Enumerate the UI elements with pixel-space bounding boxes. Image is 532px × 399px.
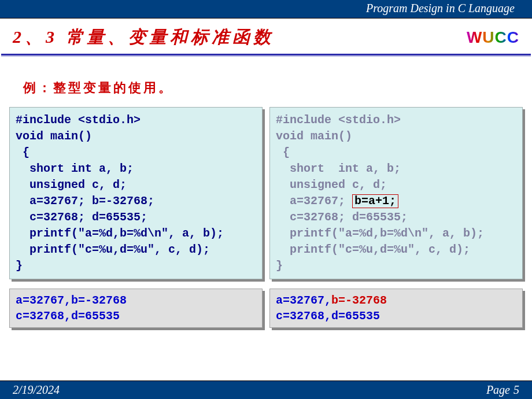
output-line: a=32767,	[276, 294, 331, 307]
output-left: a=32767,b=-32768 c=32768,d=65535	[9, 289, 263, 328]
left-column: #include <stdio.h> void main() { short i…	[9, 107, 263, 328]
code-line: printf("c=%u,d=%u", c, d);	[276, 243, 470, 256]
right-column: #include <stdio.h> void main() { short i…	[269, 107, 523, 328]
output-right: a=32767,b=-32768 c=32768,d=65535	[269, 289, 523, 328]
output-highlight: b=-32768	[331, 294, 387, 307]
footer-date: 2/19/2024	[13, 383, 60, 397]
section-header: 2、3 常量、变量和标准函数 WUCC	[0, 19, 532, 54]
code-line: short int a, b;	[16, 162, 134, 175]
code-line: printf("a=%d,b=%d\n", a, b);	[16, 227, 224, 240]
institution-logo: WUCC	[467, 28, 519, 47]
code-line: {	[16, 146, 29, 159]
code-block-left: #include <stdio.h> void main() { short i…	[9, 107, 263, 279]
divider	[1, 54, 531, 56]
code-line: #include <stdio.h>	[16, 113, 141, 127]
output-line: c=32768,d=65535	[16, 309, 120, 323]
code-line: }	[276, 259, 283, 272]
section-title: 2、3 常量、变量和标准函数	[13, 25, 274, 49]
code-line: void main()	[276, 130, 352, 143]
course-title: Program Design in C Language	[366, 2, 515, 14]
code-line: #include <stdio.h>	[276, 113, 401, 127]
footer: 2/19/2024 Page5	[0, 380, 532, 399]
output-line: a=32767,b=-32768	[16, 294, 127, 307]
code-line: unsigned c, d;	[276, 178, 387, 191]
code-line: a=32767;	[276, 194, 352, 208]
code-line: printf("c=%u,d=%u", c, d);	[16, 243, 210, 256]
code-line: void main()	[16, 130, 92, 143]
code-line: c=32768; d=65535;	[276, 210, 408, 224]
page-number: 5	[513, 383, 519, 396]
course-title-bar: Program Design in C Language	[0, 0, 532, 19]
code-block-right: #include <stdio.h> void main() { short i…	[269, 107, 523, 279]
code-columns: #include <stdio.h> void main() { short i…	[0, 107, 532, 328]
page-label: Page	[486, 383, 510, 396]
code-line: }	[16, 259, 23, 272]
footer-page: Page5	[486, 383, 519, 397]
code-line: c=32768; d=65535;	[16, 210, 147, 224]
output-line: c=32768,d=65535	[276, 309, 380, 323]
example-label: 例：整型变量的使用。	[23, 79, 532, 97]
code-line: short int a, b;	[276, 162, 401, 175]
highlight-box: b=a+1;	[352, 194, 398, 208]
code-line: printf("a=%d,b=%d\n", a, b);	[276, 227, 484, 240]
code-line: a=32767; b=-32768;	[16, 194, 154, 208]
code-line: unsigned c, d;	[16, 178, 127, 191]
code-line: {	[276, 146, 290, 159]
